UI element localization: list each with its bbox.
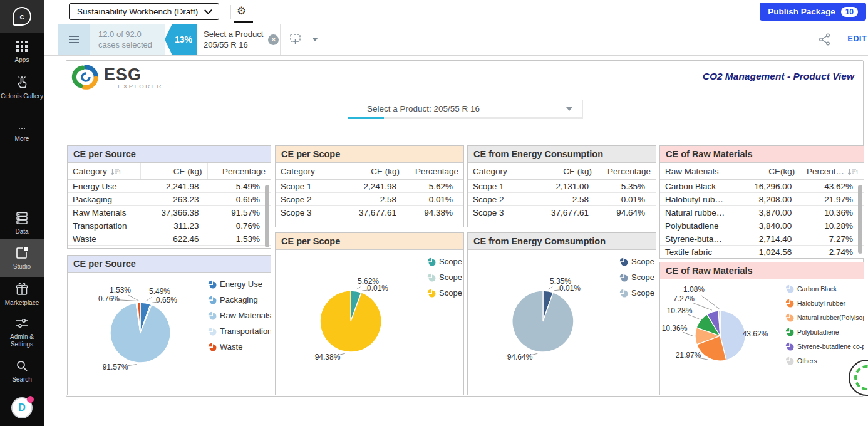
- legend-label: Styrene-butadiene co-polymer: [797, 343, 864, 350]
- sidebar-item-more[interactable]: More: [0, 124, 44, 143]
- studio-icon: [14, 246, 29, 261]
- table-row[interactable]: Waste622.461.53%: [68, 232, 271, 246]
- cases-selected-indicator: 12.0 of 92.0 cases selected: [90, 24, 165, 55]
- table-cell: 10.36%: [800, 206, 864, 219]
- publish-package-button[interactable]: Publish Package 10: [760, 3, 866, 21]
- table-scrollbar[interactable]: [265, 185, 269, 247]
- pie-label: 0.76%: [98, 294, 120, 303]
- logo-subtitle: EXPLORER: [118, 83, 163, 90]
- legend-label: Natural rubber(Polyisoprene): [797, 314, 864, 321]
- pie-slice: [320, 291, 381, 352]
- table-row[interactable]: Transportation311.230.76%: [68, 219, 271, 232]
- table-row[interactable]: Natural rubbe…3,870.0010.36%: [660, 206, 864, 219]
- sidebar-item-search[interactable]: Search: [0, 358, 44, 383]
- sidebar-item-admin-settings[interactable]: Admin & Settings: [0, 316, 44, 348]
- title-underline: [617, 86, 855, 86]
- table-body: Scope 12,241.985.62%Scope 22.580.01%Scop…: [276, 180, 463, 219]
- table-row[interactable]: Scope 22.580.01%: [276, 193, 463, 206]
- active-filter-chip[interactable]: Select a Product 205/55 R 16 ✕: [199, 24, 280, 55]
- data-icon: [14, 210, 29, 226]
- column-header[interactable]: Percentage: [208, 163, 271, 179]
- table-row[interactable]: Scope 12,131.005.35%: [468, 180, 656, 193]
- sidebar-item-data[interactable]: Data: [0, 210, 44, 236]
- table-row[interactable]: Energy Use2,241.985.49%: [68, 180, 271, 193]
- product-selector-value: Select a Product: 205/55 R 16: [367, 104, 480, 113]
- remove-filter-icon[interactable]: ✕: [268, 34, 279, 45]
- table-body: Scope 12,131.005.35%Scope 22.580.01%Scop…: [468, 180, 656, 219]
- pie-card-ce-energy: CE from Energy Comsumption 5.35%0.01%94.…: [467, 232, 656, 395]
- top-header: Sustainability Workbench (Draft) ⚙ Publi…: [44, 0, 868, 24]
- table-row[interactable]: Polybutadiene3,840.0010.28%: [660, 219, 864, 232]
- user-avatar[interactable]: D: [11, 397, 33, 418]
- selection-dropdown-icon[interactable]: [312, 38, 318, 41]
- column-header[interactable]: CE (kg): [343, 163, 405, 179]
- table-cell: 311.23: [141, 219, 208, 232]
- column-header[interactable]: CE (kg): [141, 163, 208, 179]
- share-icon[interactable]: [818, 33, 832, 46]
- legend-label: Scope 3: [631, 288, 656, 298]
- table-cell: 2.74%: [800, 246, 864, 258]
- sidebar-item-apps[interactable]: Apps: [0, 39, 44, 64]
- table-row[interactable]: Scope 337,677.6194.64%: [468, 206, 656, 219]
- column-header[interactable]: Category: [276, 163, 343, 179]
- pie-chart[interactable]: 43.62%21.97%10.36%10.28%7.27%1.08%Carbon…: [660, 279, 864, 395]
- table-cell: 263.23: [141, 193, 208, 205]
- divider: [230, 5, 231, 19]
- table-row[interactable]: Textile fabric1,024.562.74%: [660, 246, 864, 259]
- divider: [840, 33, 840, 46]
- table-cell: Packaging: [68, 193, 141, 205]
- recycle-ring-icon: [850, 361, 868, 393]
- card-title: CE per Scope: [276, 146, 463, 163]
- table-scrollbar[interactable]: [858, 185, 862, 254]
- pie-label: 1.08%: [683, 285, 705, 294]
- column-header[interactable]: Percent…1: [800, 163, 864, 179]
- gear-icon[interactable]: ⚙: [237, 4, 246, 18]
- column-header[interactable]: Percentage: [405, 163, 463, 179]
- pie-slice: [512, 291, 574, 352]
- pie-label: 94.64%: [507, 353, 533, 361]
- table-row[interactable]: Halobutyl rub…8,208.0021.97%: [660, 193, 864, 206]
- sidebar-item-celonis-gallery[interactable]: Celonis Gallery: [0, 75, 44, 100]
- selection-tool-icon[interactable]: [289, 33, 303, 46]
- menu-button[interactable]: [58, 24, 90, 55]
- table-cell: 21.97%: [800, 193, 864, 205]
- product-selector-dropdown[interactable]: Select a Product: 205/55 R 16: [348, 100, 583, 117]
- table-cell: Scope 1: [468, 180, 535, 192]
- column-header[interactable]: CE(kg): [733, 163, 800, 179]
- sidebar-item-label: Data: [15, 228, 28, 235]
- table-cell: 3,870.00: [733, 206, 800, 219]
- sidebar-item-studio[interactable]: Studio: [0, 239, 44, 277]
- pie-chart[interactable]: 5.35%0.01%94.64%Scope 1Scope 2Scope 3: [468, 250, 656, 395]
- sidebar-item-marketplace[interactable]: Marketplace: [0, 282, 44, 307]
- table-cell: 37,366.38: [141, 206, 208, 219]
- pie-label: 21.97%: [676, 351, 701, 360]
- pie-chart[interactable]: 5.49%0.65%91.57%0.76%1.53%Energy UsePack…: [68, 273, 271, 395]
- legend-label: Polybutadiene: [797, 328, 839, 336]
- table-cell: 0.65%: [208, 193, 271, 205]
- table-row[interactable]: Scope 22.580.01%: [468, 193, 656, 206]
- column-header[interactable]: Percentage: [597, 163, 656, 179]
- table-cell: 0.76%: [208, 219, 271, 232]
- column-header[interactable]: Category1: [68, 163, 141, 179]
- table-cell: 2,241.98: [343, 180, 405, 192]
- edit-button[interactable]: EDIT: [847, 34, 867, 43]
- workbench-selector[interactable]: Sustainability Workbench (Draft): [69, 3, 219, 20]
- table-row[interactable]: Scope 337,677.6194.38%: [276, 206, 463, 219]
- table-row[interactable]: Styrene-buta…2,714.407.27%: [660, 232, 864, 246]
- celonis-logo[interactable]: c: [0, 0, 44, 33]
- table-row[interactable]: Raw Materials37,366.3891.57%: [68, 206, 271, 219]
- table-cell: Carbon Black: [660, 180, 733, 192]
- legend-label: Scope 2: [439, 273, 463, 282]
- notification-dot: [27, 396, 34, 403]
- table-cell: 622.46: [141, 232, 208, 245]
- column-header[interactable]: Raw Materials: [660, 163, 733, 179]
- table-row[interactable]: Packaging263.230.65%: [68, 193, 271, 206]
- column-header[interactable]: Category: [468, 163, 535, 179]
- table-row[interactable]: Scope 12,241.985.62%: [276, 180, 463, 193]
- card-title: CE of Raw Materials: [660, 262, 864, 279]
- pie-label: 0.65%: [156, 296, 177, 304]
- column-header[interactable]: CE (kg): [535, 163, 597, 179]
- pie-label: 0.01%: [367, 284, 388, 293]
- pie-chart[interactable]: 5.62%0.01%94.38%Scope 1Scope 2Scope 3: [276, 250, 463, 395]
- table-row[interactable]: Carbon Black16,296.0043.62%: [660, 180, 864, 193]
